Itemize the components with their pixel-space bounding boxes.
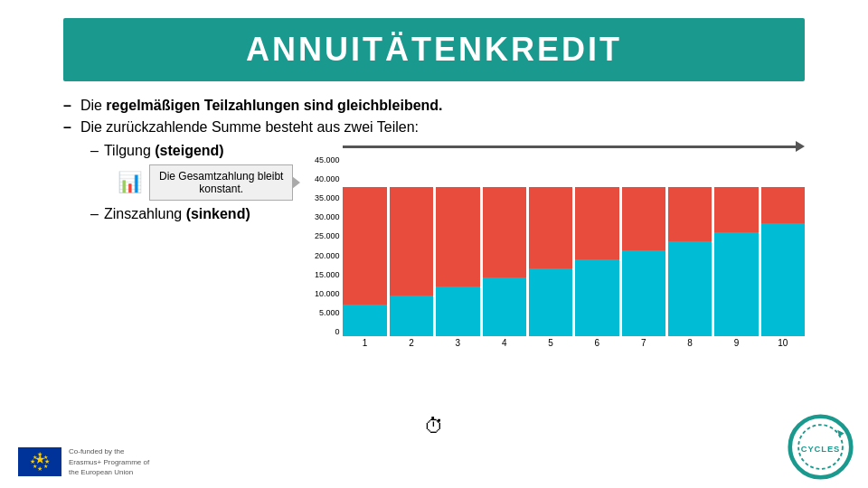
bar-3-interest (436, 187, 479, 286)
sub-bullets-container: – Tilgung (steigend) 📊 Die Gesamtzahlung… (90, 139, 293, 228)
y-axis: 45.000 40.000 35.000 30.000 25.000 20.00… (302, 155, 343, 336)
header-bar: Annuitätenkredit (63, 18, 805, 81)
dash-2: – (63, 119, 71, 136)
y-label-0: 0 (335, 327, 339, 336)
bar-1-interest (343, 187, 386, 305)
svg-text:★: ★ (43, 464, 48, 469)
svg-text:★: ★ (33, 464, 37, 469)
bar-10 (761, 187, 805, 336)
x-label-4: 4 (483, 338, 526, 348)
sub-dash-tilgung: – (90, 143, 99, 159)
bullet-1: – Die regelmäßigen Teilzahlungen sind gl… (63, 98, 805, 114)
bar-7-interest (622, 187, 665, 250)
bar-10-principal (761, 223, 805, 336)
svg-text:★: ★ (33, 455, 37, 460)
bar-1 (343, 187, 386, 336)
footer-eu: ★ ★ ★ ★ ★ ★ ★ ★ ★ Co-funded by the Erasm… (18, 446, 150, 477)
tooltip-area: 📊 Die Gesamtzahlung bleibt konstant. (118, 164, 293, 201)
bullet-2: – Die zurückzahlende Summe besteht aus z… (63, 119, 805, 136)
cycles-logo: CYCLES (787, 413, 854, 481)
eu-text: Co-funded by the Erasmus+ Programme of t… (69, 446, 150, 477)
x-label-6: 6 (575, 338, 618, 348)
y-label-5000: 5.000 (319, 308, 340, 317)
clock-icon: ⏱ (424, 415, 444, 438)
x-label-1: 1 (343, 338, 386, 348)
sub-bullet-tilgung: – Tilgung (steigend) (90, 143, 293, 159)
bar-9-principal (714, 232, 758, 336)
svg-marker-12 (837, 430, 844, 437)
main-content: – Die regelmäßigen Teilzahlungen sind gl… (0, 81, 868, 348)
sub-bullet-zinszahlung: – Zinszahlung (sinkend) (90, 206, 293, 222)
tooltip-line2: konstant. (199, 183, 243, 195)
tilgung-text: Tilgung (steigend) (104, 143, 224, 159)
total-arrow (343, 139, 805, 154)
bar-2-principal (390, 296, 433, 336)
svg-text:★: ★ (37, 465, 42, 472)
y-label-30000: 30.000 (315, 212, 340, 221)
bullet-1-text: Die regelmäßigen Teilzahlungen sind glei… (80, 98, 443, 114)
bar-8-principal (668, 241, 712, 336)
bar-6-principal (575, 259, 618, 336)
x-label-5: 5 (529, 338, 572, 348)
bar-10-interest (761, 187, 805, 223)
sub-dash-zinszahlung: – (90, 206, 99, 222)
svg-text:CYCLES: CYCLES (801, 445, 841, 454)
bar-9 (714, 187, 758, 336)
bar-5 (529, 187, 572, 336)
bar-9-interest (714, 187, 758, 232)
bar-4-principal (483, 277, 526, 336)
chart-area: 45.000 40.000 35.000 30.000 25.000 20.00… (302, 139, 805, 348)
bar-7-principal (622, 250, 665, 336)
bars-container (343, 155, 805, 336)
bar-4 (483, 187, 526, 336)
y-label-10000: 10.000 (315, 289, 340, 298)
bar-5-interest (529, 187, 572, 268)
bar-2 (390, 187, 433, 336)
page-title: Annuitätenkredit (246, 31, 622, 68)
bar-8-interest (668, 187, 712, 241)
bar-3-principal (436, 286, 479, 336)
y-label-25000: 25.000 (315, 231, 340, 240)
dash-1: – (63, 98, 71, 114)
bar-7 (622, 187, 665, 336)
x-label-3: 3 (436, 338, 479, 348)
x-label-7: 7 (622, 338, 665, 348)
bar-3 (436, 187, 479, 336)
zinszahlung-text: Zinszahlung (sinkend) (104, 206, 250, 222)
y-label-40000: 40.000 (315, 174, 340, 183)
eu-flag-icon: ★ ★ ★ ★ ★ ★ ★ ★ ★ (18, 447, 61, 476)
arrow-head (796, 141, 805, 152)
arrow-line (343, 145, 796, 148)
bar-2-interest (390, 187, 433, 296)
y-label-20000: 20.000 (315, 251, 340, 260)
chart-icon: 📊 (118, 171, 142, 194)
y-label-45000: 45.000 (315, 155, 340, 164)
bullet-2-text: Die zurückzahlende Summe besteht aus zwe… (80, 119, 419, 136)
x-label-10: 10 (761, 338, 805, 348)
x-label-8: 8 (668, 338, 712, 348)
x-label-2: 2 (390, 338, 433, 348)
x-label-9: 9 (714, 338, 758, 348)
y-label-15000: 15.000 (315, 270, 340, 279)
bar-chart-wrapper: 45.000 40.000 35.000 30.000 25.000 20.00… (302, 155, 805, 336)
tooltip-arrow (292, 176, 300, 189)
tooltip-line1: Die Gesamtzahlung bleibt (159, 170, 283, 183)
bar-4-interest (483, 187, 526, 277)
bar-1-principal (343, 305, 386, 336)
bar-5-principal (529, 268, 572, 336)
svg-text:★: ★ (37, 451, 42, 457)
bar-6 (575, 187, 618, 336)
x-axis: 1 2 3 4 5 6 7 8 9 10 (302, 338, 805, 348)
bar-8 (668, 187, 712, 336)
y-label-35000: 35.000 (315, 193, 340, 202)
tooltip-box: Die Gesamtzahlung bleibt konstant. (149, 164, 293, 201)
bar-6-interest (575, 187, 618, 259)
svg-text:★: ★ (43, 455, 48, 460)
